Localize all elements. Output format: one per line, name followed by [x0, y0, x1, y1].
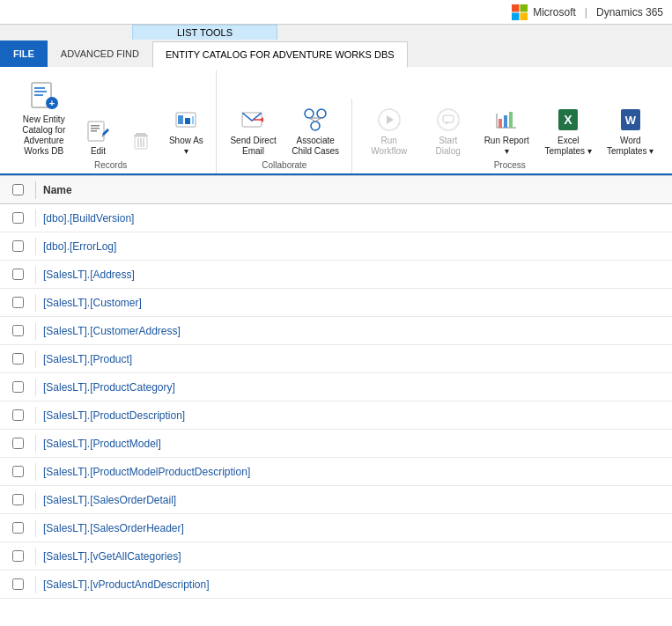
row-divider: [35, 379, 36, 396]
row-select-checkbox[interactable]: [12, 522, 24, 534]
header-checkbox[interactable]: [7, 184, 28, 195]
row-checkbox[interactable]: [7, 297, 28, 308]
associate-child-cases-label: Associate Child Cases: [292, 136, 340, 157]
ribbon-group-records: + New Entity Catalog for Adventure Works…: [5, 70, 217, 173]
row-name-link[interactable]: [SalesLT].[SalesOrderHeader]: [43, 522, 184, 534]
row-select-checkbox[interactable]: [12, 353, 24, 365]
ms-branding: Microsoft | Dynamics 365: [512, 4, 663, 20]
row-name-link[interactable]: [SalesLT].[SalesOrderDetail]: [43, 494, 176, 506]
row-checkbox[interactable]: [7, 325, 28, 336]
row-checkbox[interactable]: [7, 494, 28, 505]
row-select-checkbox[interactable]: [12, 578, 24, 590]
new-entity-label: New Entity Catalog for Adventure Works D…: [18, 114, 70, 157]
row-name-link[interactable]: [dbo].[BuildVersion]: [43, 212, 134, 225]
svg-rect-38: [504, 115, 507, 128]
ribbon-group-collaborate: Send Direct Email Associ: [217, 99, 352, 173]
list-item[interactable]: [SalesLT].[CustomerAddress]: [0, 317, 672, 345]
tab-file[interactable]: FILE: [0, 41, 48, 67]
row-checkbox[interactable]: [7, 522, 28, 534]
list-item[interactable]: [SalesLT].[ProductModelProductDescriptio…: [0, 458, 672, 486]
records-buttons: + New Entity Catalog for Adventure Works…: [12, 70, 209, 160]
svg-rect-22: [185, 118, 190, 124]
row-name-link[interactable]: [SalesLT].[Customer]: [43, 297, 142, 309]
row-divider: [35, 435, 36, 453]
row-select-checkbox[interactable]: [12, 466, 24, 477]
list-item[interactable]: [SalesLT].[ProductModel]: [0, 430, 672, 458]
row-checkbox[interactable]: [7, 578, 28, 590]
row-checkbox[interactable]: [7, 212, 28, 224]
run-report-button[interactable]: Run Report ▾: [477, 102, 535, 160]
row-checkbox[interactable]: [7, 550, 28, 562]
row-select-checkbox[interactable]: [12, 325, 24, 336]
send-direct-email-button[interactable]: Send Direct Email: [224, 102, 283, 160]
list-item[interactable]: [SalesLT].[SalesOrderHeader]: [0, 514, 672, 542]
list-rows: [dbo].[BuildVersion][dbo].[ErrorLog][Sal…: [0, 204, 672, 599]
row-name-link[interactable]: [SalesLT].[Address]: [43, 269, 135, 281]
select-all-checkbox[interactable]: [12, 184, 24, 195]
list-item[interactable]: [SalesLT].[Product]: [0, 345, 672, 373]
run-report-label: Run Report ▾: [483, 136, 530, 157]
row-select-checkbox[interactable]: [12, 381, 24, 393]
row-checkbox[interactable]: [7, 438, 28, 449]
process-buttons: Run Workflow Start Dialog: [359, 99, 660, 160]
svg-rect-12: [91, 128, 100, 129]
list-item[interactable]: [dbo].[BuildVersion]: [0, 204, 672, 232]
word-templates-button[interactable]: W Word Templates ▾: [601, 102, 660, 160]
row-select-checkbox[interactable]: [12, 297, 24, 308]
new-entity-button[interactable]: + New Entity Catalog for Adventure Works…: [12, 74, 76, 160]
send-direct-email-icon: [240, 106, 268, 134]
row-select-checkbox[interactable]: [12, 438, 24, 449]
row-select-checkbox[interactable]: [12, 212, 24, 224]
tab-advanced-find[interactable]: ADVANCED FIND: [48, 41, 152, 67]
microsoft-logo-icon: [512, 4, 528, 20]
row-select-checkbox[interactable]: [12, 409, 24, 421]
word-templates-icon: W: [617, 106, 645, 134]
svg-point-28: [311, 122, 320, 130]
collaborate-group-label: Collaborate: [224, 160, 344, 173]
start-dialog-button[interactable]: Start Dialog: [422, 102, 474, 160]
svg-text:X: X: [565, 113, 573, 127]
row-name-link[interactable]: [dbo].[ErrorLog]: [43, 240, 116, 253]
delete-button[interactable]: [122, 123, 160, 160]
run-workflow-button[interactable]: Run Workflow: [359, 102, 418, 160]
row-checkbox[interactable]: [7, 409, 28, 421]
row-select-checkbox[interactable]: [12, 240, 24, 252]
row-checkbox[interactable]: [7, 381, 28, 393]
row-name-link[interactable]: [SalesLT].[ProductModel]: [43, 438, 161, 450]
row-checkbox[interactable]: [7, 466, 28, 477]
list-item[interactable]: [SalesLT].[SalesOrderDetail]: [0, 486, 672, 514]
row-divider: [35, 519, 36, 537]
row-checkbox[interactable]: [7, 240, 28, 252]
start-dialog-icon: [434, 106, 462, 134]
show-as-icon: [172, 106, 200, 134]
edit-button[interactable]: Edit: [79, 113, 118, 160]
row-name-link[interactable]: [SalesLT].[ProductCategory]: [43, 381, 175, 394]
list-item[interactable]: [dbo].[ErrorLog]: [0, 232, 672, 261]
svg-rect-6: [34, 91, 47, 92]
associate-child-cases-button[interactable]: Associate Child Cases: [286, 102, 345, 160]
row-name-link[interactable]: [SalesLT].[vGetAllCategories]: [43, 550, 181, 563]
row-checkbox[interactable]: [7, 353, 28, 365]
row-name-link[interactable]: [SalesLT].[ProductModelProductDescriptio…: [43, 466, 250, 478]
list-item[interactable]: [SalesLT].[vProductAndDescription]: [0, 571, 672, 599]
list-item[interactable]: [SalesLT].[Customer]: [0, 289, 672, 317]
run-report-icon: [492, 106, 521, 134]
row-checkbox[interactable]: [7, 269, 28, 280]
list-item[interactable]: [SalesLT].[Address]: [0, 261, 672, 289]
show-as-button[interactable]: Show As ▾: [164, 102, 210, 160]
list-item[interactable]: [SalesLT].[ProductDescription]: [0, 401, 672, 430]
row-name-link[interactable]: [SalesLT].[vProductAndDescription]: [43, 578, 210, 591]
row-select-checkbox[interactable]: [12, 269, 24, 280]
row-name-link[interactable]: [SalesLT].[CustomerAddress]: [43, 325, 181, 337]
row-divider: [35, 266, 36, 284]
tab-entity-catalog[interactable]: ENTITY CATALOG FOR ADVENTURE WORKS DBS: [152, 41, 408, 68]
ms-separator: |: [585, 6, 587, 18]
row-name-link[interactable]: [SalesLT].[ProductDescription]: [43, 409, 185, 422]
list-item[interactable]: [SalesLT].[vGetAllCategories]: [0, 542, 672, 571]
row-select-checkbox[interactable]: [12, 494, 24, 505]
list-item[interactable]: [SalesLT].[ProductCategory]: [0, 373, 672, 401]
microsoft-label: Microsoft: [533, 6, 576, 18]
excel-templates-button[interactable]: X Excel Templates ▾: [539, 102, 598, 160]
row-name-link[interactable]: [SalesLT].[Product]: [43, 353, 132, 365]
row-select-checkbox[interactable]: [12, 550, 24, 562]
